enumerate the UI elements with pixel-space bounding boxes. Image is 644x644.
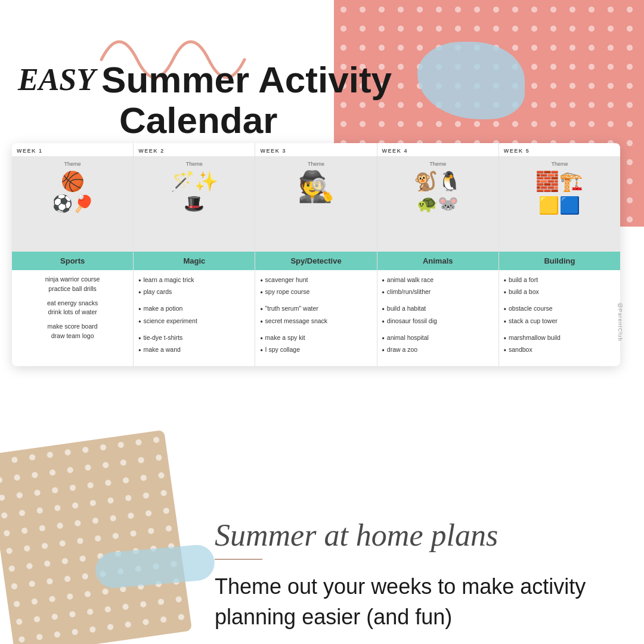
week-4-label: WEEK 4 [377, 143, 499, 156]
week-4-theme-name: Animals [377, 252, 499, 270]
week-5-theme-name: Building [499, 252, 620, 270]
week-5-icon: 🧱🏗️ [535, 172, 583, 191]
week-4-icon2: 🐢🐭 [417, 196, 459, 212]
tan-dots-bg [0, 430, 192, 644]
week-5-label: WEEK 5 [499, 143, 620, 156]
week-4-theme-section: Theme 🐒🐧 🐢🐭 [377, 156, 499, 252]
week-2-activities: learn a magic trick play cards make a po… [134, 270, 255, 366]
description-text: Theme out your weeks to make activity pl… [215, 572, 632, 632]
week-5-col: WEEK 5 Theme 🧱🏗️ 🟨🟦 Building build a for… [499, 143, 620, 366]
calendar-card: WEEK 1 Theme 🏀 ⚽🏓 Sports ninja warrior c… [12, 143, 620, 366]
easy-label: EASY [18, 64, 95, 95]
week-2-theme-name: Magic [134, 252, 255, 270]
week-1-theme-label: Theme [64, 161, 81, 167]
week-2-icon: 🪄✨ [171, 172, 218, 191]
week-1-icon: 🏀 [61, 172, 85, 191]
week-3-col: WEEK 3 Theme 🕵️ Spy/Detective scavenger … [255, 143, 377, 366]
week-5-theme-section: Theme 🧱🏗️ 🟨🟦 [499, 156, 620, 252]
title-line2: Calendar [119, 100, 277, 141]
week-2-theme-label: Theme [186, 161, 203, 167]
header: EASY Summer Activity Calendar [18, 60, 392, 141]
week-3-icon: 🕵️ [298, 172, 335, 202]
week-2-icon2: 🎩 [184, 196, 205, 212]
week-5-theme-label: Theme [551, 161, 568, 167]
summer-script-title: Summer at home plans [215, 518, 632, 553]
week-3-label: WEEK 3 [255, 143, 376, 156]
week-3-theme-label: Theme [308, 161, 324, 167]
week-3-theme-section: Theme 🕵️ [255, 156, 376, 252]
week-1-col: WEEK 1 Theme 🏀 ⚽🏓 Sports ninja warrior c… [12, 143, 134, 366]
week-3-theme-name: Spy/Detective [255, 252, 376, 270]
title-line1: Summer Activity [101, 60, 392, 100]
week-4-col: WEEK 4 Theme 🐒🐧 🐢🐭 Animals animal walk r… [377, 143, 499, 366]
week-1-label: WEEK 1 [12, 143, 133, 156]
week-2-theme-section: Theme 🪄✨ 🎩 [134, 156, 255, 252]
week-1-theme-section: Theme 🏀 ⚽🏓 [12, 156, 133, 252]
week-4-icon: 🐒🐧 [414, 172, 462, 191]
week-4-theme-label: Theme [429, 161, 446, 167]
week-2-col: WEEK 2 Theme 🪄✨ 🎩 Magic learn a magic tr… [134, 143, 255, 366]
week-2-label: WEEK 2 [134, 143, 255, 156]
week-1-activities: ninja warrior coursepractice ball drills… [12, 270, 133, 366]
week-3-activities: scavenger hunt spy rope course "truth se… [255, 270, 376, 366]
week-1-icon2: ⚽🏓 [52, 196, 94, 212]
week-1-theme-name: Sports [12, 252, 133, 270]
week-5-activities: build a fort build a box obstacle course… [499, 270, 620, 366]
bottom-section: Summer at home plans Theme out your week… [215, 518, 632, 632]
divider [215, 559, 262, 560]
watermark: @ParentClub [617, 302, 623, 341]
week-4-activities: animal walk race climb/run/slither build… [377, 270, 499, 366]
